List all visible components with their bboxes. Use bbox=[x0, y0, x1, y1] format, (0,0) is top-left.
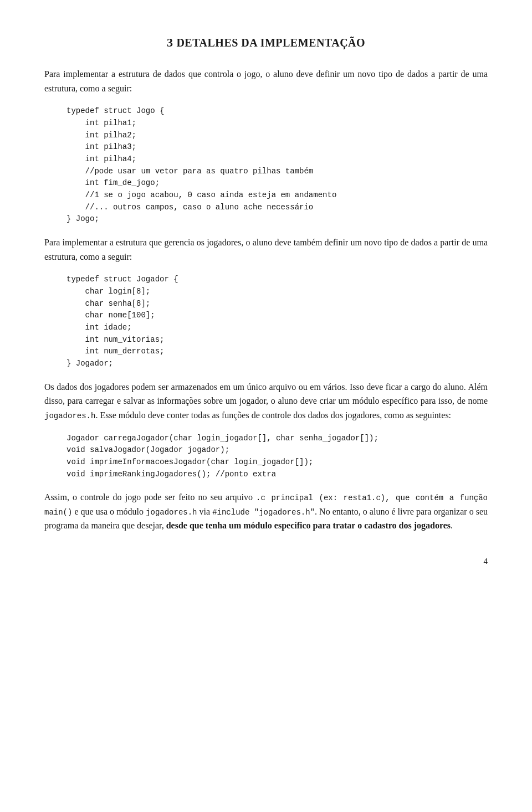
intro-paragraph: Para implementar a estrutura de dados qu… bbox=[44, 67, 488, 95]
final-include-inline: #include "jogadores.h" bbox=[212, 508, 315, 517]
final-bold-text: desde que tenha um módulo específico par… bbox=[166, 521, 451, 530]
final-paragraph: Assim, o controle do jogo pode ser feito… bbox=[44, 490, 488, 533]
final-period: . bbox=[451, 521, 453, 530]
final-jogadores-h-inline: jogadores.h bbox=[146, 508, 197, 517]
armazenamento-text-1: Os dados dos jogadores podem ser armazen… bbox=[44, 382, 488, 406]
code-block-functions: Jogador carregaJogador(char login_jogado… bbox=[66, 433, 488, 481]
chapter-title: Detalhes da implementação bbox=[176, 37, 365, 49]
code-block-jogador: typedef struct Jogador { char login[8]; … bbox=[66, 274, 488, 370]
jogadores-intro-paragraph: Para implementar a estrutura que gerenci… bbox=[44, 235, 488, 264]
final-main-inline: main() bbox=[44, 508, 72, 517]
armazenamento-text-2: . Esse módulo deve conter todas as funçõ… bbox=[95, 410, 451, 420]
page-title: 3 Detalhes da implementação bbox=[44, 33, 488, 52]
chapter-number: 3 bbox=[167, 35, 173, 49]
final-and-text: e que usa o módulo bbox=[72, 507, 146, 516]
code-block-jogo: typedef struct Jogo { int pilha1; int pi… bbox=[66, 105, 488, 225]
module-name-inline: jogadores.h bbox=[44, 412, 95, 420]
page-number: 4 bbox=[44, 555, 488, 568]
final-via-text: via bbox=[197, 507, 213, 516]
final-c-inline: .c principal (ex: resta1.c), que contém … bbox=[256, 494, 488, 502]
armazenamento-paragraph: Os dados dos jogadores podem ser armazen… bbox=[44, 380, 488, 423]
final-text-1: Assim, o controle do jogo pode ser feito… bbox=[44, 492, 256, 502]
